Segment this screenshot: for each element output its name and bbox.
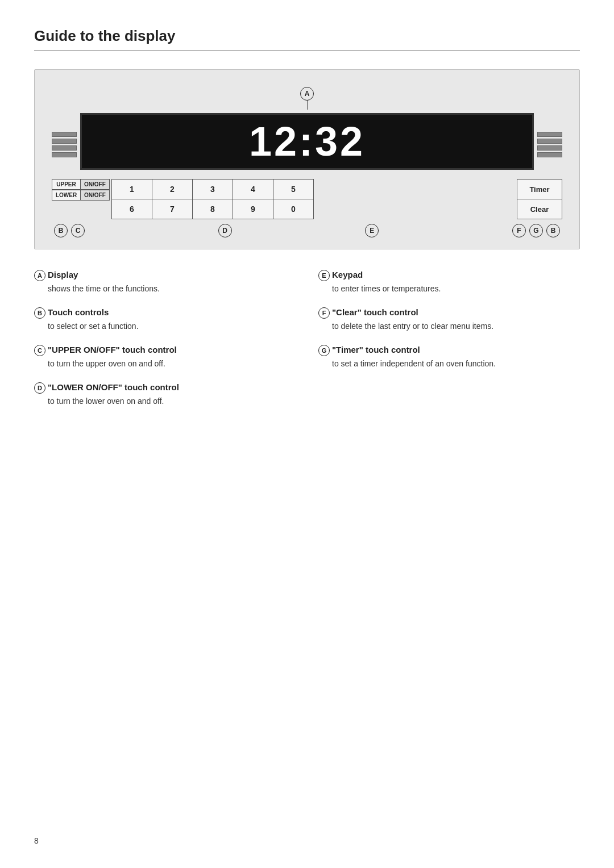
- lower-onoff-btn[interactable]: ON/OFF: [81, 190, 109, 200]
- desc-circle-e: E: [318, 270, 330, 281]
- seg-left-2: [52, 139, 77, 144]
- desc-heading-d: D "LOWER ON/OFF" touch control: [34, 382, 296, 394]
- circle-label-a: A: [300, 87, 314, 101]
- desc-body-f: to delete the last entry or to clear men…: [318, 320, 580, 332]
- circle-label-f: F: [512, 224, 526, 237]
- desc-title-a: Display: [48, 270, 78, 279]
- onoff-column: UPPER ON/OFF LOWER ON/OFF: [52, 179, 110, 219]
- desc-body-g: to set a timer independent of an oven fu…: [318, 358, 580, 370]
- key-row-1: 1 2 3 4 5: [112, 179, 515, 199]
- desc-item-g: G "Timer" touch control to set a timer i…: [318, 345, 580, 370]
- desc-heading-f: F "Clear" touch control: [318, 307, 580, 319]
- label-a-connector: A: [300, 87, 314, 110]
- right-segments: [537, 119, 562, 170]
- desc-col-left: A Display shows the time or the function…: [34, 270, 296, 420]
- seg-right-1: [537, 132, 562, 137]
- circle-label-d: D: [218, 224, 232, 237]
- desc-body-a: shows the time or the functions.: [34, 283, 296, 295]
- circle-label-g: G: [529, 224, 543, 237]
- desc-title-f: "Clear" touch control: [332, 307, 418, 317]
- desc-circle-c: C: [34, 345, 45, 356]
- circle-label-b1: B: [54, 224, 68, 237]
- circle-label-b2: B: [546, 224, 560, 237]
- title-divider: [34, 51, 580, 51]
- label-d-group: D: [218, 224, 232, 237]
- upper-onoff-btn[interactable]: ON/OFF: [81, 180, 109, 189]
- desc-title-e: Keypad: [332, 270, 363, 279]
- upper-label: UPPER: [52, 180, 81, 189]
- desc-body-b: to select or set a function.: [34, 320, 296, 332]
- timer-clear-column: Timer Clear: [517, 179, 562, 219]
- desc-heading-g: G "Timer" touch control: [318, 345, 580, 356]
- desc-heading-b: B Touch controls: [34, 307, 296, 319]
- desc-circle-g: G: [318, 345, 330, 356]
- display-time: 12:32: [249, 118, 365, 165]
- desc-heading-c: C "UPPER ON/OFF" touch control: [34, 345, 296, 356]
- upper-onoff-row: UPPER ON/OFF: [52, 179, 110, 190]
- desc-item-e: E Keypad to enter times or temperatures.: [318, 270, 580, 295]
- desc-item-b: B Touch controls to select or set a func…: [34, 307, 296, 332]
- keypad-outer: UPPER ON/OFF LOWER ON/OFF 1 2 3 4 5 6 7 …: [52, 179, 562, 219]
- page-title: Guide to the display: [34, 27, 580, 45]
- desc-body-c: to turn the upper oven on and off.: [34, 358, 296, 370]
- seg-left-1: [52, 132, 77, 137]
- lower-onoff-row: LOWER ON/OFF: [52, 190, 110, 201]
- key-5[interactable]: 5: [273, 179, 314, 199]
- label-fgb-group: F G B: [512, 224, 560, 237]
- seg-right-4: [537, 152, 562, 157]
- timer-btn[interactable]: Timer: [517, 179, 562, 199]
- circle-label-c: C: [71, 224, 85, 237]
- desc-item-f: F "Clear" touch control to delete the la…: [318, 307, 580, 332]
- seg-left-3: [52, 145, 77, 151]
- desc-circle-d: D: [34, 382, 45, 394]
- seg-right-3: [537, 145, 562, 151]
- diagram-section: A 12:32 UPPER ON/O: [34, 69, 580, 249]
- desc-title-b: Touch controls: [48, 307, 109, 317]
- key-6[interactable]: 6: [111, 199, 152, 219]
- key-8[interactable]: 8: [192, 199, 233, 219]
- desc-circle-b: B: [34, 307, 45, 319]
- desc-circle-a: A: [34, 270, 45, 281]
- label-a-container: A: [52, 87, 562, 110]
- seg-right-2: [537, 139, 562, 144]
- desc-col-right: E Keypad to enter times or temperatures.…: [318, 270, 580, 420]
- panel-row: 12:32: [52, 113, 562, 170]
- left-segments: [52, 119, 77, 170]
- lower-label: LOWER: [52, 190, 81, 200]
- key-0[interactable]: 0: [273, 199, 314, 219]
- key-9[interactable]: 9: [233, 199, 273, 219]
- key-2[interactable]: 2: [152, 179, 193, 199]
- description-grid: A Display shows the time or the function…: [34, 270, 580, 420]
- clear-btn[interactable]: Clear: [517, 199, 562, 219]
- page-number: 8: [34, 836, 39, 845]
- desc-item-d: D "LOWER ON/OFF" touch control to turn t…: [34, 382, 296, 407]
- desc-title-c: "UPPER ON/OFF" touch control: [48, 345, 177, 354]
- label-e-group: E: [365, 224, 379, 237]
- key-3[interactable]: 3: [192, 179, 233, 199]
- circle-label-e: E: [365, 224, 379, 237]
- key-7[interactable]: 7: [152, 199, 193, 219]
- label-bc-group: B C: [54, 224, 85, 237]
- bottom-labels: B C D E F G B: [52, 224, 562, 237]
- display-screen: 12:32: [80, 113, 534, 170]
- desc-title-g: "Timer" touch control: [332, 345, 420, 354]
- desc-heading-e: E Keypad: [318, 270, 580, 281]
- desc-title-d: "LOWER ON/OFF" touch control: [48, 382, 179, 392]
- desc-body-e: to enter times or temperatures.: [318, 283, 580, 295]
- desc-body-d: to turn the lower oven on and off.: [34, 395, 296, 407]
- desc-item-c: C "UPPER ON/OFF" touch control to turn t…: [34, 345, 296, 370]
- key-row-2: 6 7 8 9 0: [112, 199, 515, 219]
- num-keypad: 1 2 3 4 5 6 7 8 9 0: [112, 179, 515, 219]
- desc-item-a: A Display shows the time or the function…: [34, 270, 296, 295]
- desc-circle-f: F: [318, 307, 330, 319]
- key-4[interactable]: 4: [233, 179, 273, 199]
- connector-line-a: [307, 101, 308, 110]
- desc-heading-a: A Display: [34, 270, 296, 281]
- key-1[interactable]: 1: [111, 179, 152, 199]
- seg-left-4: [52, 152, 77, 157]
